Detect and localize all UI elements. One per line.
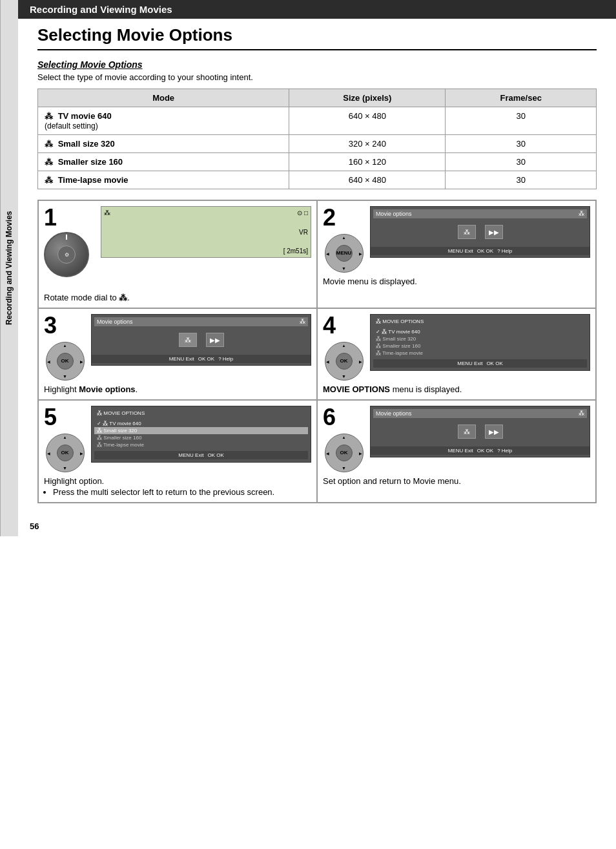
step-2: 2 ▲ ▼ ◀ ▶ MENU bbox=[317, 200, 596, 308]
page-title: Selecting Movie Options bbox=[37, 25, 597, 50]
menu-title-icon-6: ⁂ bbox=[579, 410, 584, 417]
fps-cell: 30 bbox=[446, 135, 597, 153]
footer-ok: OK OK bbox=[477, 248, 493, 254]
footer-exit-5: MENU Exit bbox=[178, 452, 203, 458]
mode-cell: ⁂ Small size 320 bbox=[38, 135, 289, 153]
lcd-icons-top-right: ⊙ □ bbox=[297, 209, 308, 216]
step-2-number: 2 bbox=[323, 206, 336, 229]
sidebar: Recording and Viewing Movies bbox=[0, 0, 18, 536]
dial-inner: ⚙ bbox=[57, 246, 76, 264]
col-fps: Frame/sec bbox=[446, 89, 597, 107]
step-1-number: 1 bbox=[44, 206, 57, 229]
fps-cell: 30 bbox=[446, 171, 597, 189]
sidebar-label: Recording and Viewing Movies bbox=[5, 211, 14, 325]
steps-grid: 1 ⚙ ⁂ ⊙ □ bbox=[37, 200, 597, 503]
menu-title-icon-3: ⁂ bbox=[300, 319, 305, 325]
mode-cell: ⁂ Time-lapse movie bbox=[38, 171, 289, 189]
header-text: Recording and Viewing Movies bbox=[30, 4, 172, 15]
menu-icon-play-3: ▶▶ bbox=[206, 333, 224, 347]
menu-screen-6: Movie options ⁂ ⁂ ▶▶ MENU Exit OK OK ? H… bbox=[370, 406, 590, 457]
table-row: ⁂ Small size 320 320 × 240 30 bbox=[38, 135, 597, 153]
step-3-text: Highlight Movie options. bbox=[44, 384, 311, 394]
menu-screen-3: Movie options ⁂ ⁂ ▶▶ MENU Exit OK OK ? H… bbox=[91, 314, 311, 366]
menu-option-smaller: ⁂ Smaller size 160 bbox=[373, 342, 587, 350]
footer-ok-6: OK OK bbox=[477, 448, 493, 454]
menu-icon-play-6: ▶▶ bbox=[485, 424, 503, 439]
size-cell: 640 × 480 bbox=[289, 107, 446, 135]
footer-exit-3: MENU Exit bbox=[169, 356, 194, 362]
lcd-timer: [ 2m51s] bbox=[283, 247, 308, 255]
menu-icon-movie: ⁂ bbox=[458, 225, 476, 239]
menu-option-small-5: ⁂ Small size 320 bbox=[94, 427, 308, 434]
lcd-icon-top-left: ⁂ bbox=[104, 209, 110, 216]
menu-title-4: ⁂ MOVIE OPTIONS bbox=[376, 319, 424, 324]
mode-icon-tv: ⁂ bbox=[45, 111, 53, 121]
control-cluster-6: ▲ ▼ ◀ ▶ OK bbox=[323, 432, 365, 474]
footer-ok-3: OK OK bbox=[198, 356, 214, 362]
fps-cell: 30 bbox=[446, 107, 597, 135]
section-title: Selecting Movie Options bbox=[37, 59, 597, 70]
control-cluster-3: ▲ ▼ ◀ ▶ OK bbox=[44, 340, 86, 382]
footer-help-6: ? Help bbox=[497, 448, 512, 454]
step-5-text: Highlight option. Press the multi select… bbox=[44, 476, 311, 497]
menu-screen-2: Movie options ⁂ ⁂ ▶▶ MENU Exit OK OK ? H… bbox=[370, 206, 590, 258]
col-mode: Mode bbox=[38, 89, 289, 107]
step-5-bullet: Press the multi selector left to return … bbox=[53, 487, 311, 497]
mode-icon-timelapse: ⁂ bbox=[45, 175, 53, 185]
step-4: 4 ▲ ▼ ◀ ▶ OK bbox=[317, 308, 596, 400]
menu-option-timelapse-5: ⁂ Time-lapse movie bbox=[94, 441, 308, 448]
menu-icon-movie-6: ⁂ bbox=[458, 424, 476, 439]
step-2-text: Movie menu is displayed. bbox=[323, 277, 590, 286]
step-5-number: 5 bbox=[44, 406, 57, 429]
menu-option-small: ⁂ Small size 320 bbox=[373, 335, 587, 342]
menu-title-icon-2: ⁂ bbox=[579, 211, 584, 217]
footer-ok-5: OK OK bbox=[207, 452, 223, 458]
mode-cell: ⁂ TV movie 640 (default setting) bbox=[38, 107, 289, 135]
footer-help-3: ? Help bbox=[218, 356, 233, 362]
menu-title-3: Movie options bbox=[97, 319, 133, 325]
step-1: 1 ⚙ ⁂ ⊙ □ bbox=[38, 200, 317, 308]
control-cluster-4: ▲ ▼ ◀ ▶ OK bbox=[323, 340, 365, 382]
control-cluster-2: ▲ ▼ ◀ ▶ MENU bbox=[323, 232, 365, 274]
step-6-number: 6 bbox=[323, 406, 336, 429]
step-6: 6 ▲ ▼ ◀ ▶ OK bbox=[317, 400, 596, 503]
table-row: ⁂ TV movie 640 (default setting) 640 × 4… bbox=[38, 107, 597, 135]
size-cell: 640 × 480 bbox=[289, 171, 446, 189]
header-bar: Recording and Viewing Movies bbox=[18, 0, 616, 19]
col-size: Size (pixels) bbox=[289, 89, 446, 107]
options-table: Mode Size (pixels) Frame/sec ⁂ TV movie … bbox=[37, 89, 597, 189]
size-cell: 320 × 240 bbox=[289, 135, 446, 153]
footer-exit: MENU Exit bbox=[448, 248, 473, 254]
page-number: 56 bbox=[18, 516, 616, 536]
footer-exit-6: MENU Exit bbox=[448, 448, 473, 454]
step-5: 5 ▲ ▼ ◀ ▶ OK bbox=[38, 400, 317, 503]
lcd-screen: ⁂ ⊙ □ VR [ 2m51s] bbox=[101, 206, 311, 258]
table-row: ⁂ Time-lapse movie 640 × 480 30 bbox=[38, 171, 597, 189]
menu-title-2: Movie options bbox=[376, 211, 412, 217]
menu-option-tv-5: ⁂ TV movie 640 bbox=[94, 420, 308, 427]
intro-text: Select the type of movie according to yo… bbox=[37, 72, 597, 82]
step-3: 3 ▲ ▼ ◀ ▶ OK bbox=[38, 308, 317, 400]
control-cluster-5: ▲ ▼ ◀ ▶ OK bbox=[44, 432, 86, 474]
menu-screen-5: ⁂ MOVIE OPTIONS ⁂ TV movie 640 ⁂ Small s… bbox=[91, 406, 311, 463]
footer-exit-4: MENU Exit bbox=[457, 361, 482, 366]
step-1-text: Rotate mode dial to ⁂. bbox=[44, 293, 311, 302]
table-row: ⁂ Smaller size 160 160 × 120 30 bbox=[38, 153, 597, 171]
fps-cell: 30 bbox=[446, 153, 597, 171]
menu-option-tv: ⁂ TV movie 640 bbox=[373, 328, 587, 335]
camera-dial: ⚙ bbox=[44, 232, 96, 290]
mode-cell: ⁂ Smaller size 160 bbox=[38, 153, 289, 171]
menu-option-smaller-5: ⁂ Smaller size 160 bbox=[94, 434, 308, 441]
step-4-text: MOVIE OPTIONS menu is displayed. bbox=[323, 384, 590, 394]
lcd-mid-text: VR bbox=[299, 229, 308, 236]
menu-title-6: Movie options bbox=[376, 410, 412, 417]
menu-screen-4: ⁂ MOVIE OPTIONS ⁂ TV movie 640 ⁂ Small s… bbox=[370, 314, 590, 371]
size-cell: 160 × 120 bbox=[289, 153, 446, 171]
step-4-number: 4 bbox=[323, 314, 336, 337]
step-3-number: 3 bbox=[44, 314, 57, 337]
menu-icon-play: ▶▶ bbox=[485, 225, 503, 239]
footer-help: ? Help bbox=[497, 248, 512, 254]
footer-ok-4: OK OK bbox=[486, 361, 502, 366]
step-6-text: Set option and return to Movie menu. bbox=[323, 476, 590, 486]
mode-icon-small: ⁂ bbox=[45, 139, 53, 149]
